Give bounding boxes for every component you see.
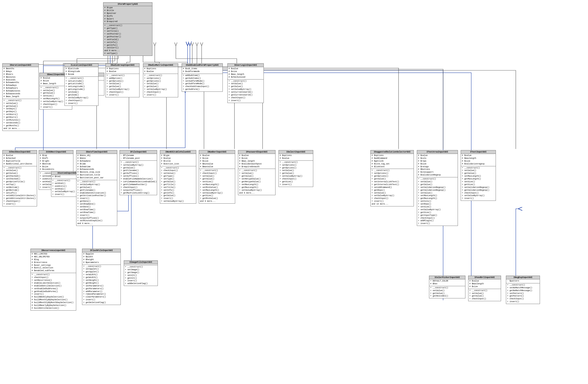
- fields-IDateTimeInputGUI: # $date_obj # $date # $showdate # $time …: [76, 154, 117, 180]
- title-IPasswordInputGUI: IPasswordInputGUI: [238, 150, 275, 154]
- fields-ISubEnabledFormPropertyGUI: # $sub_items # $subformmode: [182, 67, 223, 74]
- methods-IFileInputGUI: + __construct() + setValueByArray() + ge…: [120, 161, 157, 195]
- box-IFormPropertyGUI: IFormPropertyGUI # $type # $title # $pos…: [103, 2, 152, 56]
- box-IColorPickerInputGUI: IColorPickerInputGUI + DEFAULT_COLOR # $…: [429, 276, 465, 298]
- methods-IUserLoginInputGUI: + __construct() + setValue() + getValue(…: [228, 80, 264, 103]
- title-ISubEnabledFormPropertyGUI: ISubEnabledFormPropertyGUI: [182, 64, 223, 67]
- title-ICheckboxInputGUI: ICheckboxInputGUI: [2, 150, 37, 154]
- box-ISubEnabledFormPropertyGUI: ISubEnabledFormPropertyGUI # $sub_items …: [182, 63, 223, 92]
- title-ITextAreaInputGUI: ITextAreaInputGUI: [417, 150, 458, 154]
- fields-IFormPropertyGUI: # $type # $title # $postvar # $info # $a…: [103, 6, 152, 24]
- title-INonEditableValueGUI: INonEditableValueGUI: [160, 150, 196, 154]
- box-ITextAreaInputGUI: ITextAreaInputGUI # $value # $cols # $ro…: [417, 150, 458, 226]
- title-IRadioGroupInputGUI: IRadioGroupInputGUI: [106, 64, 139, 67]
- fields-IColorPickerInputGUI: + DEFAULT_COLOR # $hex: [429, 279, 465, 286]
- title-IDateTimeInputGUI: IDateTimeInputGUI: [76, 150, 117, 154]
- fields-IFeedUrlInputGUI: # $value # $maxlength # $size: [468, 279, 501, 289]
- title-ISelectInputGUI: ISelectInputGUI: [279, 150, 313, 154]
- methods-IRadioMatrixInputGUI: + __construct() + setOptions() + getOpti…: [143, 74, 178, 97]
- box-INumberInputGUI: INumberInputGUI # $value # $size # $size…: [199, 150, 235, 203]
- box-IRadioMatrixInputGUI: IRadioMatrixInputGUI # $options # $value…: [143, 63, 178, 97]
- methods-IImageFileInputGUI: + __construct() + setImage() + getImage(…: [124, 265, 158, 286]
- fields-ITextAreaInputGUI: # $value # $cols # $rows # $size # $reta…: [417, 154, 458, 177]
- fields-ISuggestedSolutionSelectorGUI: # $options # $addCommand # $getlink # $s…: [371, 154, 414, 169]
- title-IFileInputGUI: IFileInputGUI: [120, 150, 157, 154]
- title-IRecurrenceinputGUI: IRecurrenceinputGUI: [31, 249, 76, 252]
- methods-IFeedUrlInputGUI: + __construct() + setValue() + getValue(…: [468, 289, 501, 301]
- box-IRegExpInputGUI: IRegExpInputGUI - $pattern + __construct…: [506, 276, 540, 304]
- methods-IPasswordInputGUI: + __construct() + setValue() + getValue(…: [238, 169, 275, 195]
- box-IDurationInputGUI: IDurationInputGUI # $months # $days # $h…: [2, 63, 39, 131]
- fields-ITextInputGUI: # $value # $maxlength # $size # $validat…: [461, 154, 496, 166]
- fields-INumberInputGUI: # $value # $size # $size # $minvalue # $…: [199, 154, 235, 169]
- box-IDateTimeInputGUI: IDateTimeInputGUI # $date_obj # $date # …: [76, 150, 117, 226]
- methods-ISelectInputGUI: + __construct() + setOptions() + getOpti…: [279, 161, 313, 187]
- box-IFileInputGUI: IFileInputGUI - $filename - $filename_po…: [120, 150, 157, 195]
- fields-ILocationInputGUI: # $latitude # $longitude # $zoom: [65, 67, 98, 77]
- box-ICheckboxInputGUI: ICheckboxInputGUI # $value # $checked # …: [2, 150, 37, 206]
- methods-ILocationInputGUI: + __construct() + setLatitude() + getLat…: [65, 77, 98, 106]
- fields-IDurationInputGUI: # $months # $days # $hours # $minutes # …: [2, 67, 39, 99]
- title-ITextInputGUI: ITextInputGUI: [461, 150, 496, 154]
- fields-ISelectInputGUI: # $options # $value: [279, 154, 313, 161]
- methods-ISuggestedSolutionSelectorGUI: + __construct() + setOptions() + getOpti…: [371, 169, 414, 206]
- methods-IColorPickerInputGUI: + __construct() + setValue() + getValue(…: [429, 286, 465, 298]
- box-IFlashFileInputGUI: IFlashFileInputGUI # $applet # $width # …: [82, 249, 121, 305]
- box-ISuggestedSolutionSelectorGUI: ISuggestedSolutionSelectorGUI # $options…: [370, 150, 414, 206]
- diagram-container: IFormPropertyGUI # $type # $title # $pos…: [0, 0, 588, 384]
- methods-ITextInputGUI: + __construct() + setValue() + getValue(…: [461, 166, 496, 201]
- box-IPasswordInputGUI: IPasswordInputGUI # $value # $size # $ma…: [238, 150, 275, 195]
- box-IUserLoginInputGUI: IUserLoginInputGUI # $value # $size # $m…: [227, 63, 264, 103]
- box-INonEditableValueGUI: INonEditableValueGUI # $type # $value # …: [160, 150, 196, 203]
- title-IImageFileInputGUI: IImageFileInputGUI: [124, 261, 158, 264]
- methods-INonEditableValueGUI: + __construct() + checkInput() + setValu…: [160, 166, 196, 203]
- methods-IDurationInputGUI: + __construct() + setValue() + getValue(…: [2, 99, 39, 131]
- title-ILocationInputGUI: ILocationInputGUI: [65, 64, 98, 67]
- title-IRegExpInputGUI: IRegExpInputGUI: [506, 276, 540, 279]
- box-ILocationInputGUI: ILocationInputGUI # $latitude # $longitu…: [64, 63, 99, 106]
- fields-IRegExpInputGUI: - $pattern: [506, 279, 540, 283]
- title-IFeedUrlInputGUI: IFeedUrlInputGUI: [468, 276, 501, 279]
- methods-IRegExpInputGUI: + __construct() + setNoMatchMessage() + …: [506, 283, 540, 304]
- title-IRadioMatrixInputGUI: IRadioMatrixInputGUI: [143, 64, 178, 67]
- methods-IFormPropertyGUI: + __construct() + getType() + setTitle()…: [103, 24, 152, 56]
- fields-ICSSRectInputGUI: # $top # $left # $right # $bottom # $siz…: [39, 154, 73, 172]
- fields-IRadioMatrixInputGUI: # $options # $value: [143, 67, 178, 74]
- box-IFeedUrlInputGUI: IFeedUrlInputGUI # $value # $maxlength #…: [468, 276, 501, 301]
- fields-INonEditableValueGUI: # $type # $value # $title # $section_ico…: [160, 154, 196, 166]
- fields-IFileInputGUI: - $filename - $filename_post: [120, 154, 157, 161]
- methods-IFlashFileInputGUI: + __construct() + setApplet() + getApple…: [82, 265, 121, 305]
- box-IImageFileInputGUI: IImageFileInputGUI + __construct() + set…: [124, 260, 158, 286]
- title-IDurationInputGUI: IDurationInputGUI: [2, 64, 39, 67]
- fields-IPasswordInputGUI: # $value # $size # $max_length # $valida…: [238, 154, 275, 169]
- methods-IRecurrenceinputGUI: + __construct() + checkInput() + setRecu…: [31, 273, 76, 310]
- fields-IFlashFileInputGUI: # $applet # $width # $height # $paramete…: [82, 252, 121, 265]
- fields-ICheckboxInputGUI: # $value # $checked # $optionTitle # $ad…: [2, 154, 37, 166]
- methods-ISubEnabledFormPropertyGUI: + addSubItem() + getSubItems() + setSubf…: [182, 74, 223, 91]
- title-ISuggestedSolutionSelectorGUI: ISuggestedSolutionSelectorGUI: [371, 150, 414, 154]
- title-IFormPropertyGUI: IFormPropertyGUI: [103, 2, 152, 6]
- box-ITextInputGUI: ITextInputGUI # $value # $maxlength # $s…: [461, 150, 496, 201]
- fields-IRadioGroupInputGUI: # $options # $value: [106, 67, 139, 74]
- methods-IDateTimeInputGUI: + __construct() + setValueByArray() + ge…: [76, 180, 117, 226]
- methods-ITextAreaInputGUI: + __construct() + setValue() + getValue(…: [417, 177, 458, 226]
- title-IUserLoginInputGUI: IUserLoginInputGUI: [228, 64, 264, 67]
- title-ICSSRectInputGUI: ICSSRectInputGUI: [39, 150, 73, 154]
- box-ISelectInputGUI: ISelectInputGUI # $options # $value + __…: [278, 150, 313, 187]
- title-IFlashFileInputGUI: IFlashFileInputGUI: [82, 249, 121, 252]
- title-INumberInputGUI: INumberInputGUI: [199, 150, 235, 154]
- box-IRadioGroupInputGUI: IRadioGroupInputGUI # $options # $value …: [105, 63, 140, 97]
- methods-INumberInputGUI: + __construct() + checkInput() + setValu…: [199, 169, 235, 203]
- title-IColorPickerInputGUI: IColorPickerInputGUI: [429, 276, 465, 279]
- methods-ICheckboxInputGUI: + __construct() + setValue() + getValue(…: [2, 166, 37, 206]
- methods-IRadioGroupInputGUI: + __construct() + addOption() + getOptio…: [106, 74, 139, 97]
- box-IRecurrenceinputGUI: IRecurrenceinputGUI # REC_LIMITED # REC_…: [30, 249, 76, 311]
- fields-IUserLoginInputGUI: # $value # $size # $max_length # $checku…: [228, 67, 264, 80]
- fields-IRecurrenceinputGUI: # REC_LIMITED # REC_UNLIMITED # $lng # $…: [31, 252, 76, 273]
